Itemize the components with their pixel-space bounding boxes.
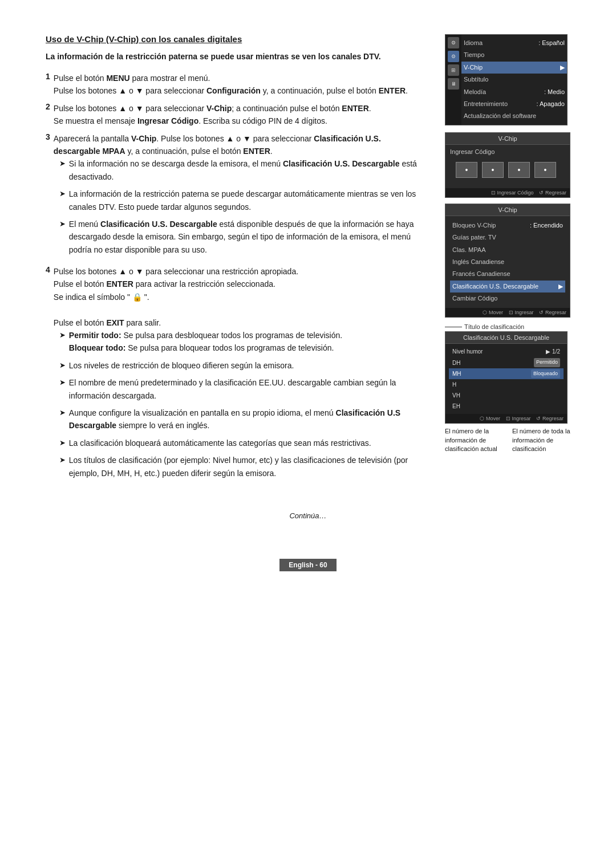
vchip-clas-mpaa: Clas. MPAA (450, 244, 565, 256)
classif-annotation: Título de clasificación (445, 323, 570, 330)
vchip-ingles: Inglés Canadiense (450, 256, 565, 268)
vchip-frances: Francés Canadiense (450, 268, 565, 280)
caption-row: El número de la información de clasifica… (445, 427, 570, 453)
step-4: 4 Pulse los botones ▲ o ▼ para seleccion… (46, 265, 428, 484)
classif-nivel-humor: Nivel humor ▶ 1/2 (449, 346, 564, 357)
caption-right: El número de toda la información de clas… (512, 427, 570, 453)
step-4-sub2: Se indica el símbolo " 🔒 ". (54, 292, 149, 302)
step-3-bullet-2: ➤ La información de la restricción pater… (59, 188, 428, 213)
step-3-bullet-1: ➤ Si la información no se descarga desde… (59, 157, 428, 183)
sidebar-icon-4: 🖥 (448, 78, 459, 90)
classif-regresar: ↺ Regresar (536, 416, 564, 421)
step-3-number: 3 (46, 132, 50, 261)
menu-entretenimiento: Entretenimiento : Apagado (461, 98, 567, 110)
step-1-sub: Pulse los botones ▲ o ▼ para seleccionar… (54, 86, 408, 95)
pin-box-3: • (508, 162, 530, 178)
intro-text: La información de la restricción paterna… (46, 51, 428, 63)
screenshot-pin-entry: V-Chip Ingresar Código • • • • ⊡ Ingresa… (445, 132, 570, 198)
annotation-text: Título de clasificación (464, 323, 524, 330)
vchip-mover: ⬡ Mover (483, 310, 503, 315)
menu-idioma: Idioma : Español (461, 37, 567, 49)
step-3-main: Aparecerá la pantalla V-Chip. Pulse los … (54, 134, 381, 156)
step-4-content: Pulse los botones ▲ o ▼ para seleccionar… (54, 265, 428, 484)
vchip-bloqueo: Bloqueo V-Chip : Encendido (450, 220, 565, 231)
screenshot-classif: Clasificación U.S. Descargable Nivel hum… (445, 331, 568, 424)
section-title: Uso de V-Chip (V-Chip) con los canales d… (46, 34, 428, 44)
pin-bottom-bar: ⊡ Ingresar Código ↺ Regresar (445, 188, 570, 197)
pin-body: Ingresar Código • • • • (445, 145, 570, 188)
vchip-guias: Guías pater. TV (450, 231, 565, 243)
config-sidebar: ⚙ ⚙ ⊞ 🖥 (445, 35, 461, 125)
sidebar-icon-1: ⚙ (448, 37, 459, 48)
menu-actualizacion: Actualización del software (461, 110, 567, 122)
continue-text: Continúa… (46, 511, 570, 520)
step-4-bullet-1: ➤ Permitir todo: Se pulsa para desbloque… (59, 329, 428, 355)
classif-bottom-bar: ⬡ Mover ⊡ Ingresar ↺ Regresar (445, 414, 567, 423)
pin-enter-label: ⊡ Ingresar Código (491, 190, 534, 196)
step-4-bullet-4: ➤ Aunque configure la visualización en p… (59, 407, 428, 432)
page-footer: English - 60 (0, 559, 616, 571)
step-1: 1 Pulse el botón MENU para mostrar el me… (46, 72, 428, 98)
badge-dh: Permitido (534, 358, 560, 367)
pin-boxes: • • • • (456, 162, 560, 178)
step-1-number: 1 (46, 72, 50, 98)
badge-mh: Bloqueado (531, 369, 560, 379)
menu-subtitulo: Subtítulo (461, 74, 567, 86)
classif-vh: VH (449, 390, 564, 401)
sidebar-icon-3: ⊞ (448, 64, 459, 76)
step-4-main: Pulse los botones ▲ o ▼ para seleccionar… (54, 267, 298, 276)
screenshots-column: ⚙ ⚙ ⊞ 🖥 Idioma : Español Tiempo (445, 34, 570, 489)
step-2-number: 2 (46, 102, 50, 128)
annotation-line (445, 327, 462, 327)
step-4-bullet-2: ➤ Los niveles de restricción de bloqueo … (59, 359, 428, 372)
classif-dh: DH Permitido (449, 357, 564, 368)
step-4-sub3: Pulse el botón EXIT para salir. (54, 318, 161, 327)
menu-tiempo: Tiempo (461, 49, 567, 61)
vchip-body: Bloqueo V-Chip : Encendido Guías pater. … (445, 216, 570, 308)
classif-eh: EH (449, 401, 564, 412)
caption-left: El número de la información de clasifica… (445, 427, 503, 453)
screenshot-vchip-menu: V-Chip Bloqueo V-Chip : Encendido Guías … (445, 204, 570, 318)
footer-bar: English - 60 (279, 559, 336, 571)
step-4-sub1: Pulse el botón ENTER para activar la res… (54, 279, 275, 289)
vchip-bottom-bar: ⬡ Mover ⊡ Ingresar ↺ Regresar (445, 308, 570, 317)
step-2: 2 Pulse los botones ▲ o ▼ para seleccion… (46, 102, 428, 128)
classif-ingresar: ⊡ Ingresar (506, 416, 531, 421)
step-1-main: Pulse el botón MENU para mostrar el menú… (54, 74, 210, 83)
step-3-bullet-3: ➤ El menú Clasificación U.S. Descargable… (59, 218, 428, 256)
pin-box-2: • (482, 162, 504, 178)
classif-mh: MH Bloqueado (449, 368, 564, 380)
sidebar-icon-2-active: ⚙ (448, 51, 459, 62)
pin-back-label: ↺ Regresar (539, 190, 566, 196)
step-2-sub: Se muestra el mensaje Ingresar Código. E… (54, 116, 327, 125)
pin-label: Ingresar Código (450, 148, 565, 155)
pin-box-1: • (456, 162, 477, 178)
step-2-main: Pulse los botones ▲ o ▼ para seleccionar… (54, 104, 371, 113)
pin-header: V-Chip (445, 133, 570, 145)
step-3: 3 Aparecerá la pantalla V-Chip. Pulse lo… (46, 132, 428, 261)
menu-melodia: Melodía : Medio (461, 86, 567, 98)
step-3-content: Aparecerá la pantalla V-Chip. Pulse los … (54, 132, 428, 261)
classif-body: Nivel humor ▶ 1/2 DH Permitido MH Bloque… (445, 344, 567, 414)
menu-vchip-highlighted: V-Chip ▶ (461, 62, 567, 74)
config-menu-items: Idioma : Español Tiempo V-Chip ▶ Subt (461, 35, 567, 125)
classif-header: Clasificación U.S. Descargable (445, 332, 567, 344)
step-4-bullet-3: ➤ El nombre de menú predeterminado y la … (59, 376, 428, 402)
classif-mover: ⬡ Mover (480, 416, 500, 421)
step-4-bullet-6: ➤ Los títulos de clasificación (por ejem… (59, 454, 428, 480)
step-4-number: 4 (46, 265, 50, 484)
classif-h: H (449, 379, 564, 390)
step-1-content: Pulse el botón MENU para mostrar el menú… (54, 72, 428, 98)
pin-box-4: • (534, 162, 556, 178)
vchip-header: V-Chip (445, 204, 570, 216)
step-4-bullet-5: ➤ La clasificación bloqueará automáticam… (59, 437, 428, 449)
vchip-regresar: ↺ Regresar (539, 310, 566, 315)
screenshot-config-menu: ⚙ ⚙ ⊞ 🖥 Idioma : Español Tiempo (445, 34, 568, 125)
step-2-content: Pulse los botones ▲ o ▼ para seleccionar… (54, 102, 428, 128)
vchip-descargable-highlighted: Clasificación U.S. Descargable ▶ (450, 281, 565, 292)
vchip-cambiar-codigo: Cambiar Código (450, 292, 565, 304)
vchip-ingresar: ⊡ Ingresar (509, 310, 534, 315)
